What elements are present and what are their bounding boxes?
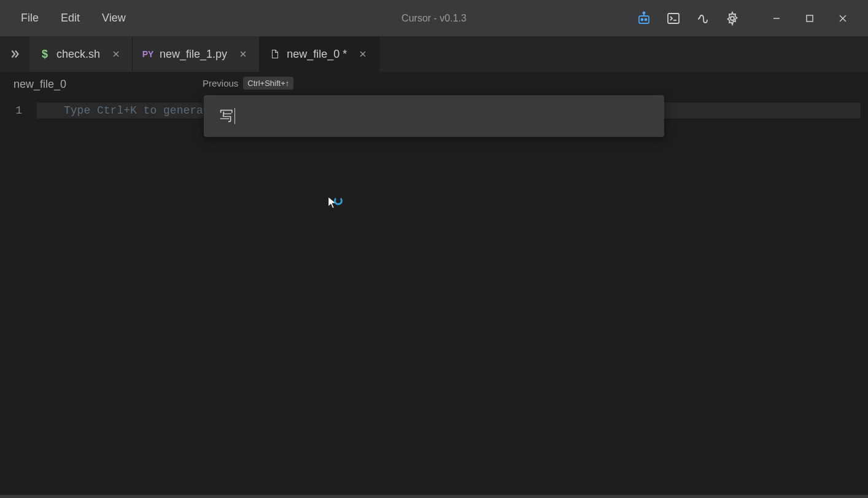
- ai-prompt-box[interactable]: 写: [204, 95, 664, 137]
- maximize-button[interactable]: [796, 6, 824, 31]
- editor[interactable]: 1 Type Ctrl+K to generat: [0, 96, 868, 495]
- statusbar: [0, 495, 868, 498]
- tab-label: new_file_0 *: [287, 48, 347, 61]
- ai-robot-icon[interactable]: [635, 9, 653, 28]
- tab-new-file-1-py[interactable]: PY new_file_1.py: [133, 36, 260, 72]
- svg-point-4: [643, 12, 645, 14]
- close-button[interactable]: [829, 6, 857, 31]
- close-icon[interactable]: [357, 48, 369, 60]
- gear-icon[interactable]: [723, 9, 742, 28]
- tab-check-sh[interactable]: $ check.sh: [29, 36, 133, 72]
- breadcrumb-bar: new_file_0 Previous Ctrl+Shift+↑: [0, 72, 868, 96]
- python-file-icon: PY: [142, 49, 153, 60]
- svg-point-7: [730, 17, 734, 20]
- prompt-input-value: 写: [220, 107, 233, 125]
- shell-file-icon: $: [39, 49, 50, 60]
- prompt-previous-label[interactable]: Previous: [203, 78, 238, 88]
- tab-label: check.sh: [56, 48, 100, 61]
- terminal-icon[interactable]: [664, 9, 683, 28]
- window-title: Cursor - v0.1.3: [401, 13, 467, 24]
- titlebar-actions: [635, 6, 862, 31]
- svg-rect-0: [639, 16, 649, 23]
- menu-bar: File Edit View: [6, 8, 132, 28]
- svg-point-1: [641, 18, 643, 20]
- tab-new-file-0[interactable]: new_file_0 *: [260, 36, 379, 72]
- menu-view[interactable]: View: [96, 8, 132, 28]
- window-controls: [762, 6, 857, 31]
- svg-rect-5: [668, 14, 679, 23]
- wave-icon[interactable]: [694, 9, 712, 28]
- tabs-bar: $ check.sh PY new_file_1.py new_file_0 *: [0, 36, 868, 72]
- tabs-expand-button[interactable]: [0, 36, 29, 72]
- file-icon: [269, 49, 281, 60]
- svg-point-2: [645, 18, 647, 20]
- menu-file[interactable]: File: [15, 8, 45, 28]
- text-cursor: [234, 108, 235, 124]
- line-number: 1: [0, 103, 37, 119]
- prompt-nav-header: Previous Ctrl+Shift+↑: [203, 77, 293, 90]
- close-icon[interactable]: [110, 48, 122, 60]
- close-icon[interactable]: [237, 48, 249, 60]
- minimize-button[interactable]: [762, 6, 791, 31]
- breadcrumb[interactable]: new_file_0: [14, 78, 66, 91]
- ai-prompt-input[interactable]: 写: [220, 107, 235, 125]
- editor-placeholder: Type Ctrl+K to generat: [64, 104, 210, 117]
- svg-rect-9: [807, 15, 813, 21]
- tab-label: new_file_1.py: [160, 48, 227, 61]
- titlebar: File Edit View Cursor - v0.1.3: [0, 0, 868, 36]
- line-gutter: 1: [0, 96, 37, 119]
- prompt-shortcut-badge: Ctrl+Shift+↑: [243, 77, 293, 90]
- menu-edit[interactable]: Edit: [55, 8, 86, 28]
